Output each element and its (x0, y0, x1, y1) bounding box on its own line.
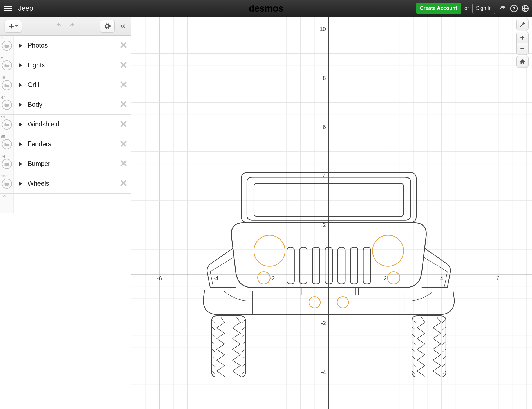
folder-label: Lights (28, 61, 45, 69)
folder-icon (4, 83, 9, 87)
plus-icon (520, 35, 525, 40)
expand-caret[interactable] (16, 122, 25, 127)
dropdown-caret-icon (15, 25, 18, 28)
folder-toggle[interactable] (2, 159, 12, 169)
folder-label: Wheels (28, 180, 49, 187)
home-icon (519, 59, 526, 65)
folder-icon (4, 142, 9, 146)
row-close[interactable] (120, 81, 127, 89)
create-account-button[interactable]: Create Account (416, 3, 461, 14)
minus-icon (520, 46, 525, 51)
expand-caret[interactable] (16, 43, 25, 48)
row-close[interactable] (120, 180, 127, 188)
svg-text:?: ? (513, 6, 516, 11)
row-close[interactable] (120, 160, 127, 168)
folder-toggle[interactable] (2, 119, 12, 130)
expand-caret[interactable] (16, 83, 25, 87)
empty-expression-row[interactable]: 127 (0, 194, 131, 213)
expand-caret[interactable] (16, 181, 25, 186)
chevron-right-icon (19, 181, 22, 186)
svg-point-119 (388, 272, 400, 284)
graph-svg: -6-4-2246-4-2246810 (131, 17, 532, 409)
sidebar-toolbar (0, 17, 131, 36)
row-close[interactable] (120, 121, 127, 128)
folder-row[interactable]: 59 Windshield (0, 115, 131, 134)
svg-text:6: 6 (497, 275, 500, 281)
chevron-right-icon (19, 142, 22, 146)
or-text: or (464, 5, 469, 11)
undo-icon (55, 22, 63, 29)
redo-icon (68, 22, 77, 29)
folder-label: Fenders (28, 140, 51, 148)
close-icon (120, 180, 127, 186)
folder-icon (4, 162, 9, 166)
brand-logo: desmos (249, 3, 283, 14)
expression-list: 1 Photos 5 Lights (0, 36, 131, 409)
row-close[interactable] (120, 140, 127, 148)
folder-label: Grill (28, 81, 39, 89)
svg-rect-123 (520, 37, 524, 38)
folder-label: Bumper (28, 160, 50, 168)
row-number: 5 (1, 56, 3, 60)
expand-caret[interactable] (16, 103, 25, 107)
folder-row[interactable]: 5 Lights (0, 55, 131, 75)
folder-toggle[interactable] (2, 100, 12, 110)
chevron-right-icon (19, 83, 22, 87)
expand-caret[interactable] (16, 162, 25, 166)
svg-rect-7 (9, 26, 14, 27)
folder-row[interactable]: 1 Photos (0, 36, 131, 55)
redo-button[interactable] (68, 22, 77, 30)
graph-settings-button[interactable] (516, 19, 529, 30)
graph-tools (516, 19, 529, 67)
collapse-sidebar-button[interactable] (117, 20, 128, 32)
folder-row[interactable]: 18 Grill (0, 75, 131, 95)
settings-button[interactable] (100, 20, 115, 32)
folder-toggle[interactable] (2, 80, 12, 90)
svg-rect-124 (520, 48, 524, 49)
add-expression-button[interactable] (5, 20, 22, 32)
row-close[interactable] (120, 42, 127, 50)
wrench-icon (519, 21, 526, 28)
zoom-in-button[interactable] (516, 32, 529, 43)
menu-button[interactable] (0, 5, 16, 12)
folder-icon (4, 44, 9, 48)
folder-toggle[interactable] (2, 179, 12, 189)
close-icon (120, 42, 127, 48)
share-button[interactable] (499, 5, 507, 12)
globe-icon (522, 5, 529, 12)
folder-toggle[interactable] (2, 60, 12, 70)
row-close[interactable] (120, 61, 127, 69)
close-icon (120, 81, 127, 88)
folder-icon (4, 123, 9, 126)
folder-label: Body (28, 101, 42, 108)
home-button[interactable] (516, 56, 529, 67)
sign-in-button[interactable]: Sign In (472, 3, 495, 14)
expand-caret[interactable] (16, 63, 25, 68)
folder-row[interactable]: 74 Bumper (0, 154, 131, 174)
folder-row[interactable]: 102 Wheels (0, 174, 131, 194)
page-title[interactable]: Jeep (18, 4, 33, 12)
close-icon (120, 61, 127, 68)
svg-text:8: 8 (323, 75, 326, 81)
row-number: 127 (1, 194, 7, 198)
folder-toggle[interactable] (2, 41, 12, 51)
folder-label: Windshield (28, 121, 59, 128)
svg-text:-2: -2 (321, 320, 326, 326)
folder-row[interactable]: 65 Fenders (0, 134, 131, 154)
row-number: 59 (1, 115, 5, 119)
chevron-right-icon (19, 63, 22, 68)
row-close[interactable] (120, 101, 127, 109)
language-button[interactable] (521, 5, 529, 12)
folder-row[interactable]: 47 Body (0, 95, 131, 115)
help-button[interactable]: ? (510, 5, 518, 12)
expand-caret[interactable] (16, 142, 25, 146)
folder-toggle[interactable] (2, 139, 12, 149)
graph-area[interactable]: -6-4-2246-4-2246810 (131, 17, 532, 409)
zoom-out-button[interactable] (516, 43, 529, 54)
row-number: 65 (1, 135, 5, 139)
undo-button[interactable] (55, 22, 63, 30)
row-number: 74 (1, 155, 5, 159)
row-number: 102 (1, 174, 7, 178)
plus-icon (8, 23, 15, 29)
svg-rect-0 (4, 6, 12, 7)
